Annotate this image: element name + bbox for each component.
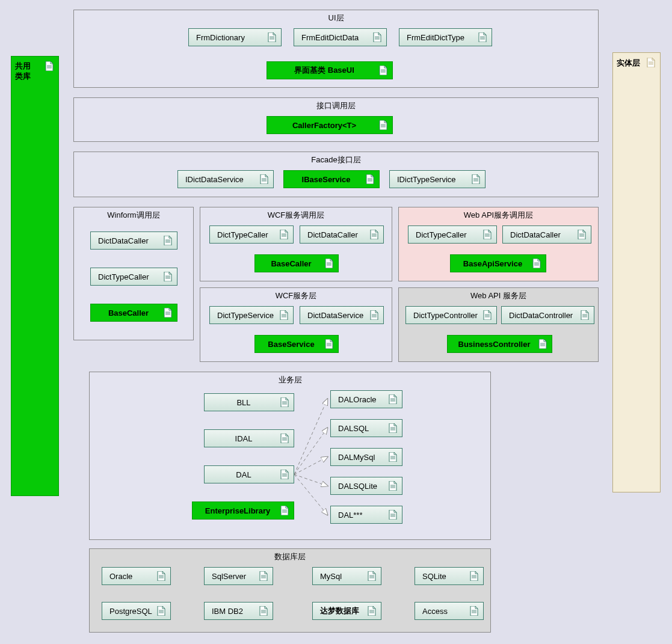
document-icon: [647, 58, 655, 67]
box-businesscontroller: BusinessController: [447, 335, 552, 353]
panel-title: Web API 服务层: [399, 288, 598, 302]
panel-webapi-caller: Web API服务调用层 DictTypeCaller DictDataCall…: [398, 207, 599, 281]
document-icon: [483, 310, 492, 320]
box-dicttypeservice: DictTypeService: [209, 306, 294, 324]
document-icon: [280, 470, 289, 479]
document-icon: [379, 66, 387, 75]
panel-title: Web API服务调用层: [399, 207, 598, 222]
panel-business-layer: 业务层 BLL IDAL DAL EnterpriseLibrary DALOr…: [89, 372, 491, 540]
document-icon: [260, 174, 268, 184]
architecture-diagram: 共用类库 实体层 UI层 FrmDictionary FrmEditDictDa…: [0, 0, 672, 644]
panel-winform-caller: Winform调用层 DictDataCaller DictTypeCaller…: [73, 207, 194, 340]
document-icon: [157, 606, 165, 616]
box-dicttypecaller-wcf: DictTypeCaller: [209, 225, 294, 244]
document-icon: [280, 397, 289, 407]
document-icon: [472, 174, 480, 184]
box-sqlserver: SqlServer: [204, 567, 273, 585]
box-callerfactory: CallerFactory<T>: [267, 116, 393, 134]
document-icon: [157, 571, 165, 581]
document-icon: [370, 310, 378, 320]
box-idicttypeservice: IDictTypeService: [389, 170, 486, 188]
box-dictdatacaller-wf: DictDataCaller: [90, 232, 177, 250]
document-icon: [389, 452, 397, 462]
document-icon: [578, 230, 586, 239]
document-icon: [368, 606, 376, 616]
box-frmeditdictdata: FrmEditDictData: [294, 28, 387, 46]
document-icon: [368, 571, 376, 581]
panel-wcf-caller: WCF服务调用层 DictTypeCaller DictDataCaller B…: [200, 207, 392, 281]
document-icon: [45, 61, 54, 71]
document-icon: [389, 510, 397, 520]
box-baseapiservice: BaseApiService: [450, 254, 546, 272]
box-dal-star: DAL***: [330, 506, 402, 524]
box-dictdataservice: DictDataService: [300, 306, 384, 324]
document-icon: [389, 423, 397, 433]
box-dictdatacaller-api: DictDataCaller: [502, 225, 591, 244]
box-idictdataservice: IDictDataService: [177, 170, 274, 188]
box-frmeditdicttype: FrmEditDictType: [399, 28, 492, 46]
panel-facade-layer: Facade接口层 IDictDataService IBaseService …: [73, 152, 599, 197]
document-icon: [280, 230, 288, 239]
box-dalsqlite: DALSQLite: [330, 477, 402, 495]
svg-line-3: [294, 474, 327, 486]
box-dal: DAL: [204, 465, 294, 483]
box-dictdatacaller-wcf: DictDataCaller: [300, 225, 384, 244]
panel-title: UI层: [74, 10, 598, 25]
document-icon: [280, 310, 288, 320]
box-baseui: 界面基类 BaseUI: [267, 61, 393, 79]
document-icon: [366, 174, 374, 184]
document-icon: [470, 606, 478, 616]
box-basecaller-wcf: BaseCaller: [254, 254, 339, 272]
document-icon: [325, 339, 333, 349]
panel-title: Winform调用层: [74, 207, 193, 222]
box-bll: BLL: [204, 393, 294, 411]
box-oracle: Oracle: [102, 567, 171, 585]
box-postgresql: PostgreSQL: [102, 602, 171, 620]
panel-wcf-service: WCF服务层 DictTypeService DictDataService B…: [200, 287, 392, 362]
document-icon: [581, 310, 589, 320]
sidebar-shared-lib: 共用类库: [11, 56, 59, 496]
document-icon: [532, 259, 541, 268]
panel-title: 接口调用层: [74, 98, 598, 112]
document-icon: [259, 571, 268, 581]
svg-line-2: [294, 457, 327, 474]
box-dictdatacontroller: DictDataController: [501, 306, 594, 324]
box-ibaseservice: IBaseService: [283, 170, 380, 188]
panel-title: WCF服务调用层: [200, 207, 392, 222]
panel-ui-layer: UI层 FrmDictionary FrmEditDictData FrmEdi…: [73, 10, 599, 88]
panel-caller-layer: 接口调用层 CallerFactory<T>: [73, 97, 599, 142]
box-sqlite: SQLite: [415, 567, 484, 585]
sidebar-entity-layer: 实体层: [612, 52, 661, 492]
document-icon: [470, 571, 478, 581]
panel-title: Facade接口层: [74, 152, 598, 167]
document-icon: [389, 394, 397, 404]
document-icon: [370, 230, 378, 239]
box-baseservice: BaseService: [254, 335, 339, 353]
document-icon: [483, 230, 492, 239]
panel-title: WCF服务层: [200, 288, 392, 302]
box-ibmdb2: IBM DB2: [204, 602, 273, 620]
document-icon: [478, 32, 487, 42]
svg-line-1: [294, 428, 327, 474]
document-icon: [164, 236, 172, 245]
document-icon: [325, 259, 333, 268]
document-icon: [373, 32, 381, 42]
box-dicttypecaller-wf: DictTypeCaller: [90, 268, 177, 286]
box-enterpriselibrary: EnterpriseLibrary: [192, 501, 294, 520]
document-icon: [379, 120, 387, 130]
document-icon: [268, 32, 276, 42]
box-dicttypecontroller: DictTypeController: [405, 306, 497, 324]
document-icon: [280, 434, 289, 443]
box-dameng: 达梦数据库: [312, 602, 381, 620]
box-dalmysql: DALMySql: [330, 448, 402, 466]
box-idal: IDAL: [204, 429, 294, 447]
document-icon: [538, 339, 547, 349]
box-basecaller-wf: BaseCaller: [90, 304, 177, 322]
box-dalsql: DALSQL: [330, 419, 402, 437]
panel-title: 业务层: [90, 372, 490, 387]
svg-line-0: [294, 399, 327, 474]
document-icon: [259, 606, 268, 616]
box-mysql: MySql: [312, 567, 381, 585]
svg-line-4: [294, 474, 327, 515]
panel-webapi-service: Web API 服务层 DictTypeController DictDataC…: [398, 287, 599, 362]
